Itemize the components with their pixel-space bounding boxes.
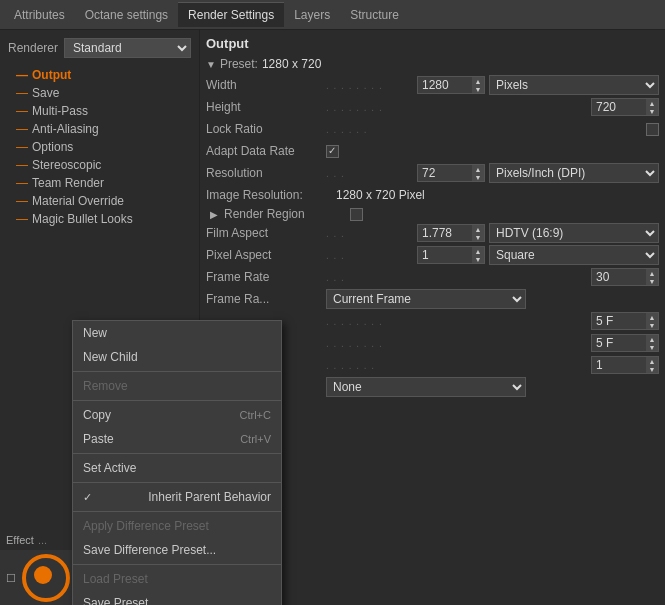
from-spin-down[interactable]: ▼ — [646, 321, 658, 329]
sidebar-item-save[interactable]: — Save — [0, 84, 199, 102]
sidebar-item-stereoscopic[interactable]: — Stereoscopic — [0, 156, 199, 174]
ctx-save-preset-label: Save Preset... — [83, 596, 158, 605]
film-aspect-input[interactable] — [417, 224, 472, 242]
ctx-set-active[interactable]: Set Active — [73, 456, 281, 480]
sidebar-item-label-anti-aliasing: Anti-Aliasing — [32, 122, 99, 136]
height-spin-up[interactable]: ▲ — [646, 99, 658, 107]
from-input[interactable] — [591, 312, 646, 330]
pixel-aspect-spin-buttons: ▲ ▼ — [472, 246, 485, 264]
frame-step-spinbox: ▲ ▼ — [591, 356, 659, 374]
preset-arrow-icon[interactable]: ▼ — [206, 59, 216, 70]
film-aspect-label: Film Aspect — [206, 226, 326, 240]
dash-icon: — — [16, 86, 28, 100]
frame-rate-spin-up[interactable]: ▲ — [646, 269, 658, 277]
width-spin-buttons: ▲ ▼ — [472, 76, 485, 94]
ctx-separator-5 — [73, 511, 281, 512]
width-spin-down[interactable]: ▼ — [472, 85, 484, 93]
pixel-aspect-dots: . . . — [326, 250, 417, 261]
render-region-arrow-icon[interactable]: ▶ — [210, 209, 218, 220]
ctx-paste[interactable]: Paste Ctrl+V — [73, 427, 281, 451]
ctx-apply-diff-label: Apply Difference Preset — [83, 519, 209, 533]
section-title: Output — [206, 36, 659, 51]
render-region-row: ▶ Render Region — [206, 207, 659, 221]
ctx-inherit-parent[interactable]: ✓ Inherit Parent Behavior — [73, 485, 281, 509]
width-spin-up[interactable]: ▲ — [472, 77, 484, 85]
film-aspect-unit-select[interactable]: HDTV (16:9) — [489, 223, 659, 243]
ctx-new-child-label: New Child — [83, 350, 138, 364]
sidebar-item-anti-aliasing[interactable]: — Anti-Aliasing — [0, 120, 199, 138]
resolution-dots: . . . — [326, 168, 417, 179]
height-input[interactable] — [591, 98, 646, 116]
tab-bar: Attributes Octane settings Render Settin… — [0, 0, 665, 30]
lock-ratio-checkbox[interactable] — [646, 123, 659, 136]
width-unit-select[interactable]: Pixels — [489, 75, 659, 95]
sidebar-item-label-options: Options — [32, 140, 73, 154]
sidebar-item-team-render[interactable]: — Team Render — [0, 174, 199, 192]
width-input[interactable] — [417, 76, 472, 94]
frame-step-dots: . . . . . . . — [326, 360, 591, 371]
ctx-new[interactable]: New — [73, 321, 281, 345]
adapt-data-rate-checkbox[interactable] — [326, 145, 339, 158]
resolution-input[interactable] — [417, 164, 472, 182]
pixel-aspect-input[interactable] — [417, 246, 472, 264]
frame-step-input[interactable] — [591, 356, 646, 374]
my-ren-checkbox[interactable]: ☐ — [6, 572, 16, 585]
to-spin-up[interactable]: ▲ — [646, 335, 658, 343]
ctx-save-diff[interactable]: Save Difference Preset... — [73, 538, 281, 562]
ctx-save-preset[interactable]: Save Preset... — [73, 591, 281, 605]
resolution-unit-select[interactable]: Pixels/Inch (DPI) — [489, 163, 659, 183]
height-spin-down[interactable]: ▼ — [646, 107, 658, 115]
film-aspect-spin-down[interactable]: ▼ — [472, 233, 484, 241]
sidebar-item-label-team-render: Team Render — [32, 176, 104, 190]
resolution-row: Resolution . . . ▲ ▼ Pixels/Inch (DPI) — [206, 163, 659, 183]
tab-octane-settings[interactable]: Octane settings — [75, 3, 178, 27]
resolution-spin-up[interactable]: ▲ — [472, 165, 484, 173]
dash-icon: — — [16, 158, 28, 172]
ctx-separator-6 — [73, 564, 281, 565]
film-aspect-spinbox: ▲ ▼ — [417, 224, 485, 242]
ctx-new-label: New — [83, 326, 107, 340]
resolution-spin-down[interactable]: ▼ — [472, 173, 484, 181]
field-rendering-select[interactable]: None — [326, 377, 526, 397]
ctx-new-child[interactable]: New Child — [73, 345, 281, 369]
sidebar-item-output[interactable]: — Output — [0, 66, 199, 84]
adapt-data-rate-label: Adapt Data Rate — [206, 144, 326, 158]
frame-step-spin-up[interactable]: ▲ — [646, 357, 658, 365]
tab-structure[interactable]: Structure — [340, 3, 409, 27]
sidebar-item-options[interactable]: — Options — [0, 138, 199, 156]
from-spinbox: ▲ ▼ — [591, 312, 659, 330]
ctx-remove: Remove — [73, 374, 281, 398]
sidebar-item-material-override[interactable]: — Material Override — [0, 192, 199, 210]
to-spin-buttons: ▲ ▼ — [646, 334, 659, 352]
frame-rate-spin-down[interactable]: ▼ — [646, 277, 658, 285]
sidebar-item-magic-bullet[interactable]: — Magic Bullet Looks — [0, 210, 199, 228]
ctx-copy[interactable]: Copy Ctrl+C — [73, 403, 281, 427]
render-region-checkbox[interactable] — [350, 208, 363, 221]
image-resolution-label: Image Resolution: — [206, 188, 336, 202]
pixel-aspect-spin-up[interactable]: ▲ — [472, 247, 484, 255]
pixel-aspect-unit-select[interactable]: Square — [489, 245, 659, 265]
to-spin-down[interactable]: ▼ — [646, 343, 658, 351]
pixel-aspect-spin-down[interactable]: ▼ — [472, 255, 484, 263]
resolution-spin-buttons: ▲ ▼ — [472, 164, 485, 182]
sidebar-item-multi-pass[interactable]: — Multi-Pass — [0, 102, 199, 120]
from-spin-up[interactable]: ▲ — [646, 313, 658, 321]
tab-layers[interactable]: Layers — [284, 3, 340, 27]
film-aspect-spin-up[interactable]: ▲ — [472, 225, 484, 233]
tab-attributes[interactable]: Attributes — [4, 3, 75, 27]
renderer-select[interactable]: Standard — [64, 38, 191, 58]
height-row: Height . . . . . . . . ▲ ▼ — [206, 97, 659, 117]
frame-rate-label: Frame Rate — [206, 270, 326, 284]
frame-rate-spinbox: ▲ ▼ — [591, 268, 659, 286]
effect-label: Effect — [6, 534, 34, 546]
frame-step-spin-down[interactable]: ▼ — [646, 365, 658, 373]
frame-range-select[interactable]: Current Frame — [326, 289, 526, 309]
sidebar-item-label-multi-pass: Multi-Pass — [32, 104, 88, 118]
tab-render-settings[interactable]: Render Settings — [178, 2, 284, 27]
frame-rate-input[interactable] — [591, 268, 646, 286]
dash-icon: — — [16, 104, 28, 118]
frame-rate-dots: . . . — [326, 272, 591, 283]
dash-icon: — — [16, 194, 28, 208]
ctx-paste-label: Paste — [83, 432, 114, 446]
to-input[interactable] — [591, 334, 646, 352]
